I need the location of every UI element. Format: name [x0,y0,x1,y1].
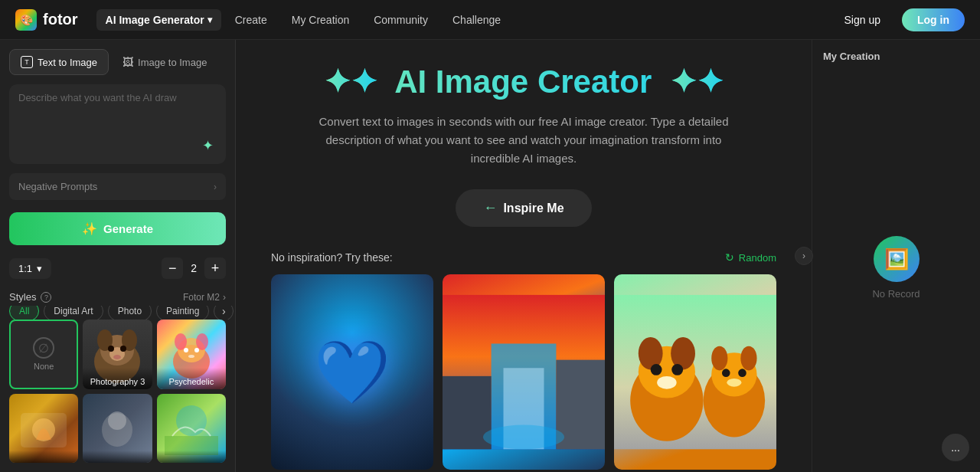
style-filter-painting[interactable]: Painting [156,306,209,320]
ratio-chevron-icon: ▾ [37,263,42,274]
main-layout: T Text to Image 🖼 Image to Image ✦ Negat… [0,40,980,472]
style-psychedelic-label: Psychedelic [157,368,226,389]
no-record-icon: 🖼️ [874,236,920,282]
inspire-me-button[interactable]: ← Inspire Me [456,189,591,227]
style-card-psychedelic[interactable]: Psychedelic [157,320,226,388]
header: 🎨 fotor AI Image Generator ▾ Create My C… [0,0,980,40]
svg-point-33 [671,364,683,375]
sparkle-right-icon: ✦✦ [670,63,724,100]
logo[interactable]: 🎨 fotor [15,9,78,31]
sparkle-left-icon: ✦✦ [324,63,377,100]
nav-item-my-creation[interactable]: My Creation [281,9,360,31]
image-grid: 💙 ⧉ Use Prompt [271,274,776,470]
tab-row: T Text to Image 🖼 Image to Image [0,40,235,75]
svg-point-12 [184,348,188,352]
logo-text: fotor [43,11,78,28]
svg-point-11 [196,333,208,350]
heart-icon: 💙 [314,342,390,403]
nav-item-community[interactable]: Community [363,9,439,31]
no-record-area: 🖼️ No Record [823,74,969,461]
quantity-decrease-button[interactable]: − [162,257,183,279]
svg-point-13 [194,348,199,352]
controls-row: 1:1 ▾ − 2 + [0,251,235,285]
collapse-sidebar-button[interactable]: › [795,247,813,265]
random-button[interactable]: ↻ Random [725,251,776,264]
style-filter-photo[interactable]: Photo [108,306,152,320]
style-filter-digital-art[interactable]: Digital Art [44,306,103,320]
more-options-button[interactable]: ... [942,434,969,461]
center-area: ✦✦ AI Image Creator ✦✦ Convert text to i… [236,40,812,472]
no-record-text: No Record [872,288,920,300]
negative-prompts-row[interactable]: Negative Prompts › [9,173,226,200]
inspiration-header: No inspiration? Try these: ↻ Random [271,251,776,264]
svg-point-34 [657,376,676,389]
model-link[interactable]: Fotor M2 › [183,292,226,303]
nav-item-create[interactable]: Create [224,9,278,31]
content-wrapper: ✦✦ AI Image Creator ✦✦ Convert text to i… [236,40,980,472]
ratio-select[interactable]: 1:1 ▾ [9,258,51,279]
nav-item-challenge[interactable]: Challenge [442,9,511,31]
style-filter-all[interactable]: All [9,306,39,320]
style-filter-next-button[interactable]: › [214,306,234,320]
prompt-textarea[interactable] [18,92,217,153]
style-grid: ∅ None Photography [0,320,235,463]
text-icon: T [21,56,33,68]
arrow-left-icon: ← [483,200,497,216]
image-card-corgi[interactable]: ⧉ Use Prompt [614,274,776,470]
image-icon: 🖼 [122,56,133,68]
styles-row: Styles ? Fotor M2 › [0,285,235,306]
svg-point-14 [188,355,194,358]
sparkle-button[interactable]: ✦ [197,135,218,156]
image-card-waterfall[interactable]: ⧉ Use Prompt [443,274,605,470]
style-none-label: None [34,362,54,371]
style-filter-row: All Digital Art Photo Painting › [0,306,235,320]
svg-point-38 [740,346,756,371]
styles-label: Styles ? [9,291,51,303]
prompt-area: ✦ [9,84,226,164]
style-card-photography3[interactable]: Photography 3 [83,320,152,388]
corgi-image [614,274,776,470]
tab-text-to-image[interactable]: T Text to Image [9,49,109,75]
signup-button[interactable]: Sign up [832,8,893,31]
nav-ai-label: AI Image Generator [106,14,204,26]
login-button[interactable]: Log in [902,8,965,31]
heart-image: 💙 [271,274,433,470]
logo-icon: 🎨 [15,9,37,31]
quantity-control: − 2 + [162,257,226,279]
image-placeholder-icon: 🖼️ [884,247,909,271]
svg-point-7 [113,355,121,359]
style-photography3-label: Photography 3 [83,368,152,389]
style-card-row2-2[interactable] [83,394,152,463]
ratio-value: 1:1 [18,263,32,274]
wand-icon: ✨ [82,221,97,236]
model-chevron-icon: › [223,292,226,303]
svg-point-37 [711,346,727,371]
svg-point-5 [108,346,114,352]
quantity-value: 2 [191,262,197,274]
svg-point-40 [738,369,746,377]
svg-point-26 [483,424,564,449]
style-row2-3-label [157,451,226,463]
header-actions: Sign up Log in [832,8,965,31]
svg-point-10 [175,333,187,350]
svg-point-32 [651,364,662,375]
svg-point-18 [108,411,126,430]
svg-point-39 [722,369,730,377]
style-card-none[interactable]: ∅ None [9,320,78,388]
nav-item-ai-generator[interactable]: AI Image Generator ▾ [96,9,221,31]
style-row2-2-label [83,451,152,463]
style-card-row2-1[interactable] [9,394,78,463]
svg-point-20 [176,405,207,436]
svg-point-6 [120,346,126,352]
image-card-heart[interactable]: 💙 ⧉ Use Prompt [271,274,433,470]
right-sidebar: My Creation 🖼️ No Record [812,40,980,472]
left-sidebar: T Text to Image 🖼 Image to Image ✦ Negat… [0,40,236,472]
generate-button[interactable]: ✨ Generate [9,212,226,245]
page-title: ✦✦ AI Image Creator ✦✦ [324,63,723,100]
style-card-row2-3[interactable] [157,394,226,463]
no-inspiration-text: No inspiration? Try these: [271,251,393,264]
chevron-down-icon: ▾ [207,15,212,25]
quantity-increase-button[interactable]: + [204,257,226,279]
tab-image-to-image[interactable]: 🖼 Image to Image [112,49,217,75]
info-icon[interactable]: ? [41,292,51,303]
